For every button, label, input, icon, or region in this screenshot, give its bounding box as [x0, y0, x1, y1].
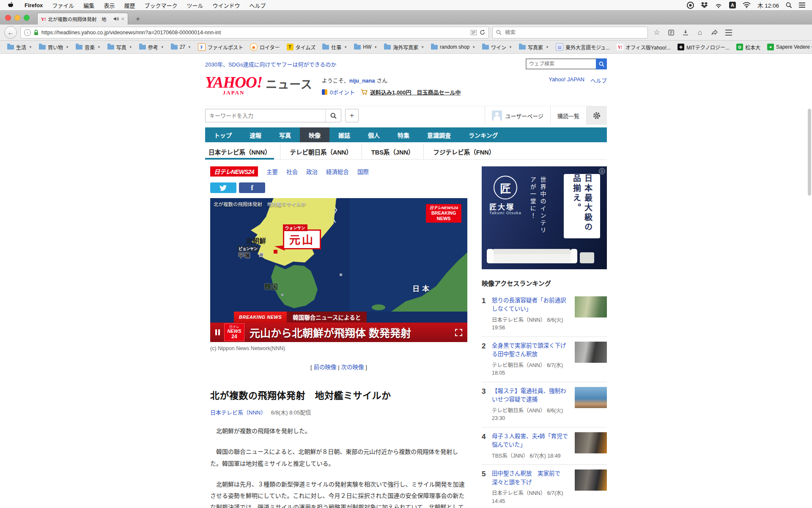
tab-ranking[interactable]: ランキング: [460, 127, 507, 142]
display-ad[interactable]: i 匠 匠大塚 Takumi Otsuka 世界中のインテリアが一堂に！ 日本最…: [482, 166, 607, 269]
ranking-thumbnail[interactable]: [575, 469, 607, 491]
username-link[interactable]: niju_nana: [349, 77, 375, 84]
subscription-list-button[interactable]: 購読一覧: [551, 106, 587, 125]
bookmark-folder-shigoto[interactable]: 仕事▼: [319, 42, 350, 52]
bookmark-folder-seikatsu[interactable]: 生活▼: [4, 42, 35, 52]
menu-history[interactable]: 履歴: [119, 1, 140, 9]
yahoo-news-logo[interactable]: YAHOO!JAPAN ニュース: [205, 75, 313, 96]
category-keizai[interactable]: 経済総合: [326, 167, 349, 176]
keyword-search-button[interactable]: [325, 109, 341, 122]
ranking-thumbnail[interactable]: [575, 432, 607, 453]
keyword-search-box[interactable]: [205, 109, 341, 122]
share-icon[interactable]: [709, 27, 720, 38]
ranking-link[interactable]: 母子３人殺害、夫・姉「育児で悩んでいた」: [492, 432, 571, 450]
bookmark-matsumoto[interactable]: ✿松本大: [733, 42, 763, 52]
notification-center-icon[interactable]: [799, 1, 805, 9]
close-window-button[interactable]: [5, 15, 11, 21]
ranking-thumbnail[interactable]: [575, 342, 607, 363]
bookmark-folder-shashin[interactable]: 写真▼: [104, 42, 135, 52]
network-tab-fnn[interactable]: フジテレビ系（FNN）: [424, 144, 504, 159]
menu-icon[interactable]: [723, 27, 734, 38]
network-tab-jnn[interactable]: TBS系（JNN）: [362, 144, 424, 159]
ranking-thumbnail[interactable]: [575, 296, 607, 318]
menubar-clock[interactable]: 木 12:06: [757, 1, 779, 9]
wifi-icon[interactable]: [743, 2, 751, 8]
ranking-link[interactable]: 【報ステ】電通社員、強制わいせつ容疑で逮捕: [492, 387, 571, 404]
bookmark-times[interactable]: Tタイムズ: [284, 42, 319, 52]
bookmark-folder-wine[interactable]: ワイン▼: [479, 42, 515, 52]
next-video-link[interactable]: 次の映像: [341, 364, 364, 370]
facebook-share-button[interactable]: f: [239, 182, 265, 193]
bookmark-folder-sanko[interactable]: 参考▼: [136, 42, 167, 52]
bookmark-folder-ongaku[interactable]: 音楽▼: [73, 42, 104, 52]
category-seiji[interactable]: 政治: [306, 167, 318, 176]
news24-badge[interactable]: 日テレNEWS24: [210, 166, 258, 177]
yahoo-japan-link[interactable]: Yahoo! JAPAN: [549, 76, 584, 84]
reader-mode-icon[interactable]: [471, 30, 477, 35]
creative-cloud-icon[interactable]: [687, 2, 694, 9]
web-search-input[interactable]: [526, 58, 596, 69]
page-info-icon[interactable]: i: [24, 29, 31, 36]
user-page-button[interactable]: ユーザーページ: [485, 106, 551, 125]
tab-close-icon[interactable]: ×: [121, 16, 124, 22]
browser-search-box[interactable]: [492, 27, 648, 39]
bookmark-folder-kaigai[interactable]: 海外写真家▼: [381, 42, 427, 52]
url-bar[interactable]: i https://headlines.yahoo.co.jp/videonew…: [20, 27, 489, 39]
bookmark-yahoo-office[interactable]: Y!オフィス版Yahoo!...: [614, 42, 674, 52]
menu-tools[interactable]: ツール: [182, 1, 208, 9]
tab-kojin[interactable]: 個人: [359, 127, 389, 142]
tab-tokushu[interactable]: 特集: [389, 127, 418, 142]
download-icon[interactable]: [680, 27, 691, 38]
tab-eizo[interactable]: 映像: [300, 127, 329, 142]
browser-search-input[interactable]: [504, 29, 644, 36]
tab-ishiki[interactable]: 意識調査: [418, 127, 460, 142]
network-tab-ann[interactable]: テレビ朝日系（ANN）: [280, 144, 362, 159]
promo-banner-link[interactable]: 2030年、SDGs達成に向けてヤフーは何ができるのか: [205, 60, 336, 68]
bookmark-mit-tech[interactable]: ✚MITテクノロジー...: [675, 42, 732, 52]
back-button[interactable]: ←: [4, 26, 17, 39]
reload-icon[interactable]: [480, 30, 485, 35]
bookmark-star-icon[interactable]: ☆: [651, 27, 662, 38]
bookmark-folder-27[interactable]: 27▼: [168, 42, 194, 52]
category-shuyo[interactable]: 主要: [266, 167, 278, 176]
zoom-window-button[interactable]: [24, 15, 30, 21]
keyword-search-input[interactable]: [206, 113, 325, 119]
add-search-tab-button[interactable]: +: [345, 109, 359, 122]
ad-info-icon[interactable]: i: [599, 168, 605, 174]
tab-zasshi[interactable]: 雑誌: [329, 127, 359, 142]
spotlight-icon[interactable]: [786, 2, 792, 8]
tab-sokuho[interactable]: 速報: [241, 127, 270, 142]
ranking-link[interactable]: 怒りの長濱容疑者「お前通訳しなくていい」: [492, 296, 571, 314]
keyboard-wifi-icon[interactable]: [715, 2, 722, 8]
bookmark-folder-randomshop[interactable]: random shop▼: [428, 42, 478, 52]
category-kokusai[interactable]: 国際: [357, 167, 369, 176]
menu-window[interactable]: ウインドウ: [208, 1, 244, 9]
bookmark-tufs[interactable]: ▤東外大言語モジュ...: [553, 42, 613, 52]
minimize-window-button[interactable]: [14, 15, 20, 21]
apple-icon[interactable]: [8, 2, 14, 9]
tab-top[interactable]: トップ: [205, 127, 241, 142]
settings-gear-button[interactable]: [587, 106, 607, 125]
bookmark-filepost[interactable]: Fファイルポスト: [195, 42, 246, 52]
tab-audio-icon[interactable]: [114, 17, 119, 21]
ranking-link[interactable]: 全身黒で実家前で頭深く下げる田中聖さん釈放: [492, 342, 571, 359]
bookmark-folder-hw[interactable]: HW▼: [351, 42, 380, 52]
bookmark-sapere[interactable]: ✦Sapere Vedere ~...: [764, 42, 812, 52]
menu-file[interactable]: ファイル: [47, 1, 79, 9]
twitter-share-button[interactable]: [210, 182, 236, 193]
video-player[interactable]: 北が複数の飛翔体発射 地対艦ミサイルか 日テレNEWS24 BREAKING N…: [210, 198, 467, 342]
scrollbar-thumb[interactable]: [808, 109, 811, 196]
dropbox-icon[interactable]: [701, 2, 708, 8]
new-tab-button[interactable]: +: [132, 14, 143, 25]
menu-firefox[interactable]: Firefox: [20, 2, 47, 8]
home-icon[interactable]: ⌂: [694, 27, 705, 38]
network-tab-nnn[interactable]: 日本テレビ系（NNN）: [205, 144, 280, 159]
browser-tab[interactable]: Y! 北が複数の飛翔体発射 地 ×: [37, 13, 128, 25]
url-text[interactable]: https://headlines.yahoo.co.jp/videonews/…: [41, 30, 468, 36]
library-icon[interactable]: [666, 27, 677, 38]
menu-view[interactable]: 表示: [99, 1, 119, 9]
tab-shashin[interactable]: 写真: [270, 127, 300, 142]
bookmark-folder-shashinka[interactable]: 写真家▼: [516, 42, 552, 52]
prev-video-link[interactable]: 前の映像: [313, 364, 336, 370]
web-search-button[interactable]: [596, 58, 607, 69]
